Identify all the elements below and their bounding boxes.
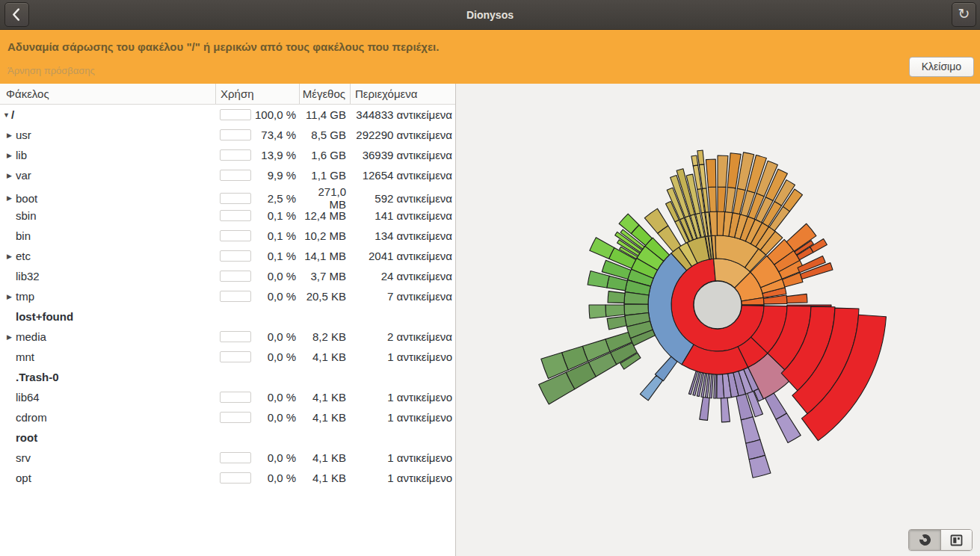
ring-segment[interactable] <box>589 305 606 318</box>
table-row[interactable]: ▶media0,0 %8,2 KB2 αντικείμενα <box>0 327 455 347</box>
table-row[interactable]: mnt0,0 %4,1 KB1 αντικείμενο <box>0 347 455 367</box>
ring-segment[interactable] <box>717 211 724 235</box>
usage-percent: 9,9 % <box>268 169 296 182</box>
size-cell: 1,6 GB <box>299 149 350 161</box>
table-row[interactable]: cdrom0,0 %4,1 KB1 αντικείμενο <box>0 407 455 427</box>
table-row[interactable]: lib320,0 %3,7 MB24 αντικείμενα <box>0 266 455 286</box>
table-row[interactable]: ▼/100,0 %11,4 GB344833 αντικείμενα <box>0 105 455 125</box>
size-cell: 11,4 GB <box>299 108 350 121</box>
rings-chart-icon <box>919 534 931 546</box>
folder-name: lost+found <box>0 310 215 323</box>
usage-percent: 0,1 % <box>268 209 296 222</box>
ring-segment[interactable] <box>718 187 726 211</box>
expander-closed-icon[interactable]: ▶ <box>7 132 12 139</box>
folder-name: lib32 <box>0 270 215 282</box>
column-header-size[interactable]: Μέγεθος <box>299 84 350 104</box>
expander-closed-icon[interactable]: ▶ <box>7 194 12 202</box>
size-cell: 4,1 KB <box>299 391 350 404</box>
contents-cell: 134 αντικείμενα <box>350 229 455 242</box>
column-header-usage[interactable]: Χρήση <box>215 84 299 104</box>
usage-percent: 2,5 % <box>268 192 296 205</box>
usage-cell <box>215 306 299 327</box>
ring-segment[interactable] <box>608 291 625 303</box>
table-row[interactable]: srv0,0 %4,1 KB1 αντικείμενο <box>0 448 455 468</box>
table-row[interactable]: root <box>0 427 455 448</box>
ring-segment[interactable] <box>721 398 730 422</box>
table-row[interactable]: lib640,0 %4,1 KB1 αντικείμενο <box>0 387 455 407</box>
ring-segment[interactable] <box>640 375 662 400</box>
contents-cell: 12654 αντικείμενα <box>350 169 455 182</box>
folder-name: ▼/ <box>0 108 215 121</box>
ring-segment[interactable] <box>588 271 609 288</box>
table-row[interactable]: ▶tmp0,0 %20,5 KB7 αντικείμενα <box>0 286 455 306</box>
table-row[interactable]: lost+found <box>0 306 455 327</box>
usage-cell: 0,0 % <box>215 468 299 488</box>
expander-closed-icon[interactable]: ▶ <box>7 172 12 179</box>
rings-chart[interactable] <box>456 84 980 556</box>
ring-segment[interactable] <box>787 305 831 306</box>
infobar-subtitle: Άρνηση πρόσβασης <box>7 65 971 76</box>
ring-segment[interactable] <box>706 159 715 187</box>
back-button[interactable] <box>4 2 29 27</box>
ring-segment[interactable] <box>741 417 760 443</box>
ring-segment[interactable] <box>607 316 626 330</box>
table-row[interactable]: ▶var9,9 %1,1 GB12654 αντικείμενα <box>0 165 455 185</box>
ring-segment[interactable] <box>605 305 625 317</box>
ring-segment[interactable] <box>810 239 828 253</box>
treemap-view-button[interactable] <box>940 530 972 550</box>
contents-cell: 1 αντικείμενο <box>350 451 455 464</box>
size-cell: 4,1 KB <box>299 472 350 484</box>
ring-segment[interactable] <box>700 397 709 420</box>
ring-segment[interactable] <box>718 155 728 187</box>
usage-cell: 0,1 % <box>215 226 299 246</box>
table-row[interactable]: sbin0,1 %12,4 MB141 αντικείμενα <box>0 206 455 226</box>
usage-bar <box>220 412 251 423</box>
column-header-contents[interactable]: Περιεχόμενα <box>350 84 455 104</box>
contents-cell: 7 αντικείμενα <box>350 290 455 303</box>
ring-segment[interactable] <box>590 238 614 259</box>
contents-cell: 141 αντικείμενα <box>350 209 455 222</box>
usage-bar <box>220 193 251 204</box>
table-row[interactable]: ▶etc0,1 %14,1 MB2041 αντικείμενα <box>0 246 455 266</box>
expander-closed-icon[interactable]: ▶ <box>7 152 12 159</box>
refresh-icon: ↻ <box>958 7 970 21</box>
expander-closed-icon[interactable]: ▶ <box>7 333 12 341</box>
table-row[interactable]: bin0,1 %10,2 MB134 αντικείμενα <box>0 226 455 246</box>
table-row[interactable]: ▶usr73,4 %8,5 GB292290 αντικείμενα <box>0 125 455 145</box>
ring-segment[interactable] <box>742 305 764 306</box>
usage-cell: 13,9 % <box>215 145 299 165</box>
folder-name: .Trash-0 <box>0 371 215 383</box>
table-row[interactable]: .Trash-0 <box>0 367 455 387</box>
size-cell: 20,5 KB <box>299 290 350 303</box>
ring-segment[interactable] <box>697 150 704 165</box>
contents-cell: 592 αντικείμενα <box>350 192 455 205</box>
rings-view-button[interactable] <box>909 530 940 550</box>
table-row[interactable]: ▶lib13,9 %1,6 GB36939 αντικείμενα <box>0 145 455 165</box>
folder-name: ▶media <box>0 330 215 343</box>
ring-segment[interactable] <box>776 413 801 442</box>
ring-segment[interactable] <box>691 155 698 166</box>
ring-segment[interactable] <box>749 455 771 478</box>
usage-cell: 73,4 % <box>215 125 299 145</box>
ring-segment[interactable] <box>714 374 717 398</box>
infobar-close-button[interactable]: Κλείσιμο <box>909 57 974 77</box>
usage-bar <box>220 351 251 362</box>
table-row[interactable]: opt0,0 %4,1 KB1 αντικείμενο <box>0 468 455 488</box>
expander-closed-icon[interactable]: ▶ <box>7 253 12 260</box>
ring-segment[interactable] <box>708 187 716 211</box>
usage-bar <box>220 452 251 463</box>
usage-bar <box>220 129 251 140</box>
column-header-folder[interactable]: Φάκελος <box>0 84 215 104</box>
main-area: Φάκελος Χρήση Μέγεθος Περιεχόμενα ▼/100,… <box>0 84 980 556</box>
expander-open-icon[interactable]: ▼ <box>3 111 10 119</box>
usage-cell: 0,1 % <box>215 246 299 266</box>
usage-percent: 0,0 % <box>268 472 296 484</box>
refresh-button[interactable]: ↻ <box>952 2 976 27</box>
folder-name: ▶lib <box>0 149 215 161</box>
chart-hub-root[interactable] <box>694 281 742 329</box>
ring-segment[interactable] <box>786 294 807 303</box>
size-cell: 12,4 MB <box>299 209 350 222</box>
usage-percent: 13,9 % <box>261 149 296 161</box>
table-row[interactable]: ▶boot2,5 %271,0 MB592 αντικείμενα <box>0 185 455 206</box>
expander-closed-icon[interactable]: ▶ <box>7 293 12 300</box>
